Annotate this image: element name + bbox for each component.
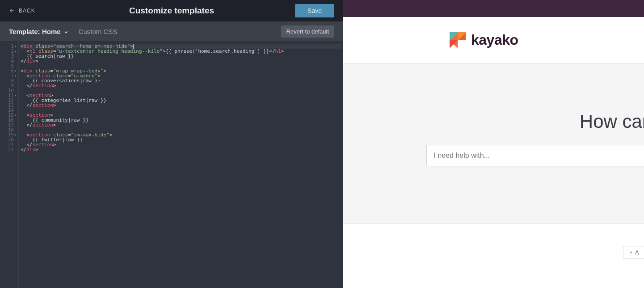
- add-label: A: [635, 249, 639, 256]
- page-title: Customize templates: [129, 6, 214, 16]
- sub-bar: Template: Home Custom CSS Revert to defa…: [0, 21, 343, 41]
- logo: kayako: [450, 32, 518, 48]
- add-button[interactable]: A: [623, 246, 644, 259]
- custom-css-tab[interactable]: Custom CSS: [79, 28, 118, 35]
- kayako-logo-icon: [450, 32, 466, 48]
- chevron-down-icon: [63, 29, 69, 34]
- preview-body: A: [343, 224, 644, 288]
- editor-panel: BACK Customize templates Save Template: …: [0, 0, 343, 288]
- hero-heading: How can: [343, 111, 644, 132]
- logo-text: kayako: [471, 32, 518, 48]
- save-button[interactable]: Save: [295, 4, 334, 17]
- line-gutter: 12345678910111213141516171819202122: [0, 41, 19, 288]
- template-dropdown[interactable]: Template: Home: [9, 28, 69, 35]
- preview-top-strip: [343, 0, 644, 17]
- code-area[interactable]: <div class="search--home sm-max-hide"> <…: [19, 41, 343, 288]
- search-input[interactable]: [434, 152, 644, 160]
- top-bar: BACK Customize templates Save: [0, 0, 343, 21]
- preview-header: kayako: [343, 17, 644, 64]
- search-box[interactable]: [426, 145, 644, 166]
- revert-button[interactable]: Revert to default: [281, 25, 334, 38]
- arrow-left-icon: [9, 8, 15, 14]
- plus-icon: [629, 249, 633, 256]
- back-button[interactable]: BACK: [9, 8, 35, 14]
- preview-panel: kayako How can A: [343, 0, 644, 288]
- preview-hero: How can: [343, 64, 644, 224]
- template-label: Template: Home: [9, 28, 61, 35]
- code-editor[interactable]: 12345678910111213141516171819202122 <div…: [0, 41, 343, 288]
- back-label: BACK: [19, 8, 35, 14]
